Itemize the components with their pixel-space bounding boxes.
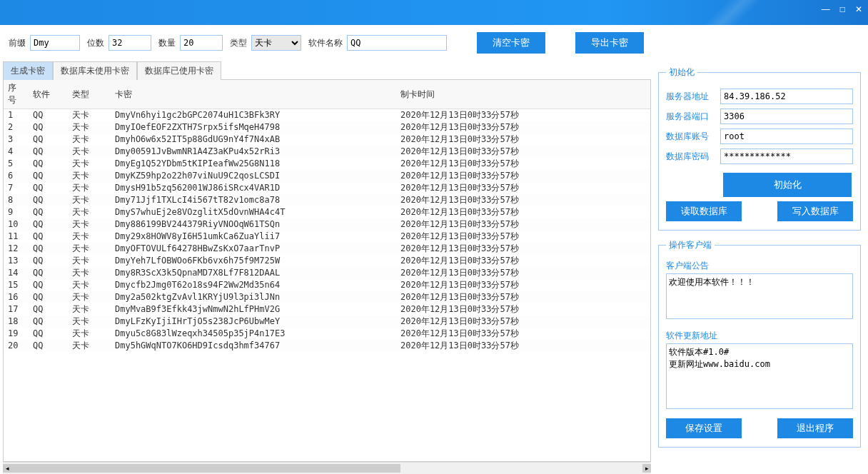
table-row[interactable]: 10QQ天卡Dmy886199BV244379RiyVNOOqW61TSQn20…	[4, 218, 650, 231]
cell: 4	[4, 146, 29, 158]
cell: 2020年12月13日0时33分57秒	[396, 255, 650, 267]
server-port-input[interactable]	[720, 109, 853, 124]
table-row[interactable]: 13QQ天卡DmyYeh7LfOBWOo6FKb6vx6h75f9M725W20…	[4, 255, 650, 267]
cell: DmyhO6w6x52IT5p88GdUG9nY4f7N4xAB	[111, 133, 396, 146]
cell: 15	[4, 279, 29, 291]
cell: QQ	[29, 291, 68, 303]
cell: 2020年12月13日0时33分57秒	[396, 279, 650, 291]
key-table[interactable]: 序号 软件 类型 卡密 制卡时间 1QQ天卡DmyVn6hyi1gc2bGPC2…	[3, 80, 651, 462]
cell: 2020年12月13日0时33分57秒	[396, 303, 650, 316]
cell: QQ	[29, 316, 68, 328]
clear-keys-button[interactable]: 清空卡密	[477, 32, 545, 54]
tab-generate[interactable]: 生成卡密	[3, 61, 53, 80]
write-db-button[interactable]: 写入数据库	[777, 201, 853, 221]
table-row[interactable]: 11QQ天卡Dmy29x8HOWV8yI6H51umkCa6ZuaYlii720…	[4, 231, 650, 243]
cell: DmyYeh7LfOBWOo6FKb6vx6h75f9M725W	[111, 255, 396, 267]
tab-used[interactable]: 数据库已使用卡密	[137, 61, 221, 80]
cell: 2020年12月13日0时33分57秒	[396, 109, 650, 122]
col-soft[interactable]: 软件	[29, 80, 68, 109]
close-icon[interactable]: ✕	[855, 4, 862, 14]
cell: 2020年12月13日0时33分57秒	[396, 170, 650, 182]
cell: 天卡	[68, 206, 111, 218]
table-row[interactable]: 12QQ天卡DmyOFTOVULf64278HBwZsKxO7aarTnvP20…	[4, 243, 650, 255]
table-row[interactable]: 17QQ天卡DmyMvaB9f3Efkk43jwNmwN2hLfPHmV2G20…	[4, 303, 650, 316]
table-row[interactable]: 5QQ天卡DmyEg1Q52YDbm5tKIPIeafWw25G8N118202…	[4, 158, 650, 170]
count-input[interactable]	[180, 35, 223, 51]
table-row[interactable]: 9QQ天卡DmyS7whuEj2e8VOzglitX5dOvnWHA4c4T20…	[4, 206, 650, 218]
minimize-icon[interactable]: —	[822, 4, 830, 14]
scroll-right-icon[interactable]: ▸	[642, 464, 651, 473]
table-row[interactable]: 20QQ天卡Dmy5hGWqNTO7KO6HD9Icsdq3hmf3476720…	[4, 340, 650, 352]
scroll-left-icon[interactable]: ◂	[3, 464, 11, 473]
server-addr-input[interactable]	[720, 89, 853, 104]
table-row[interactable]: 4QQ天卡Dmy00591JvBwmNR1A4Z3aKPu4x52rRi3202…	[4, 146, 650, 158]
col-time[interactable]: 制卡时间	[396, 80, 650, 109]
server-addr-label: 服务器地址	[666, 91, 716, 103]
table-row[interactable]: 2QQ天卡DmyIOefEOF2ZXTH7Srpx5ifsMqeH4798202…	[4, 121, 650, 133]
type-select[interactable]: 天卡	[251, 35, 301, 51]
digits-input[interactable]	[108, 35, 151, 51]
init-legend: 初始化	[666, 66, 697, 79]
save-settings-button[interactable]: 保存设置	[666, 418, 742, 438]
cell: Dmy00591JvBwmNR1A4Z3aKPu4x52rRi3	[111, 146, 396, 158]
tab-unused[interactable]: 数据库未使用卡密	[53, 61, 137, 80]
table-row[interactable]: 3QQ天卡DmyhO6w6x52IT5p88GdUG9nY4f7N4xAB202…	[4, 133, 650, 146]
cell: 天卡	[68, 218, 111, 231]
softname-label: 软件名称	[308, 37, 343, 49]
cell: Dmyu5c8G83lWzeqxh34505p35jP4n17E3	[111, 328, 396, 340]
cell: QQ	[29, 243, 68, 255]
cell: Dmy71Jjf1TXLcI4i567tT82v1omc8a78	[111, 194, 396, 206]
cell: DmyLFzKyIjiIHrTjO5s238JcP6UbwMeY	[111, 316, 396, 328]
db-pass-input[interactable]	[720, 148, 853, 164]
db-user-input[interactable]	[720, 128, 853, 144]
table-row[interactable]: 19QQ天卡Dmyu5c8G83lWzeqxh34505p35jP4n17E32…	[4, 328, 650, 340]
table-row[interactable]: 16QQ天卡Dmy2a502ktgZvAvl1KRYjU9l3pi3lJNn20…	[4, 291, 650, 303]
client-group: 操作客户端 客户端公告 软件更新地址 保存设置 退出程序	[658, 239, 861, 448]
cell: QQ	[29, 328, 68, 340]
read-db-button[interactable]: 读取数据库	[666, 201, 742, 221]
col-key[interactable]: 卡密	[111, 80, 396, 109]
cell: 2020年12月13日0时33分57秒	[396, 340, 650, 352]
cell: 20	[4, 340, 29, 352]
col-type[interactable]: 类型	[68, 80, 111, 109]
scroll-thumb[interactable]	[11, 464, 400, 473]
cell: QQ	[29, 340, 68, 352]
cell: 天卡	[68, 133, 111, 146]
notice-textarea[interactable]	[666, 273, 853, 319]
count-label: 数量	[158, 37, 176, 49]
table-row[interactable]: 18QQ天卡DmyLFzKyIjiIHrTjO5s238JcP6UbwMeY20…	[4, 316, 650, 328]
cell: 2020年12月13日0时33分57秒	[396, 316, 650, 328]
cell: 3	[4, 133, 29, 146]
cell: DmyEg1Q52YDbm5tKIPIeafWw25G8N118	[111, 158, 396, 170]
horizontal-scrollbar[interactable]: ◂ ▸	[3, 462, 651, 474]
update-textarea[interactable]	[666, 343, 853, 409]
cell: 2020年12月13日0时33分57秒	[396, 194, 650, 206]
cell: DmyVn6hyi1gc2bGPC2074uH1C3BFk3RY	[111, 109, 396, 122]
table-row[interactable]: 15QQ天卡Dmycfb2Jmg0T62o18s94F2Ww2Md35n6420…	[4, 279, 650, 291]
table-row[interactable]: 14QQ天卡Dmy8R3ScX3k5QpnaMD7X8Lf7F812DAAL20…	[4, 267, 650, 279]
maximize-icon[interactable]: □	[840, 4, 845, 14]
exit-button[interactable]: 退出程序	[777, 418, 853, 438]
table-row[interactable]: 6QQ天卡DmyKZ59hp2o22h07viNuU9C2qosLCSDI202…	[4, 170, 650, 182]
cell: 2020年12月13日0时33分57秒	[396, 206, 650, 218]
cell: 12	[4, 243, 29, 255]
cell: QQ	[29, 146, 68, 158]
cell: 2020年12月13日0时33分57秒	[396, 133, 650, 146]
cell: QQ	[29, 158, 68, 170]
cell: QQ	[29, 279, 68, 291]
export-keys-button[interactable]: 导出卡密	[575, 32, 644, 54]
cell: 天卡	[68, 109, 111, 122]
cell: 天卡	[68, 255, 111, 267]
init-group: 初始化 服务器地址 服务器端口 数据库账号 数据库密码 初始化 读取数据库 写入…	[658, 66, 861, 231]
table-row[interactable]: 8QQ天卡Dmy71Jjf1TXLcI4i567tT82v1omc8a78202…	[4, 194, 650, 206]
cell: QQ	[29, 121, 68, 133]
prefix-input[interactable]	[30, 35, 80, 51]
softname-input[interactable]	[347, 35, 447, 51]
col-seq[interactable]: 序号	[4, 80, 29, 109]
init-button[interactable]: 初始化	[723, 173, 852, 197]
cell: DmysH91b5zq562001WJ86iSRcx4VAR1D	[111, 182, 396, 194]
table-row[interactable]: 1QQ天卡DmyVn6hyi1gc2bGPC2074uH1C3BFk3RY202…	[4, 109, 650, 122]
table-row[interactable]: 7QQ天卡DmysH91b5zq562001WJ86iSRcx4VAR1D202…	[4, 182, 650, 194]
cell: QQ	[29, 303, 68, 316]
cell: QQ	[29, 194, 68, 206]
